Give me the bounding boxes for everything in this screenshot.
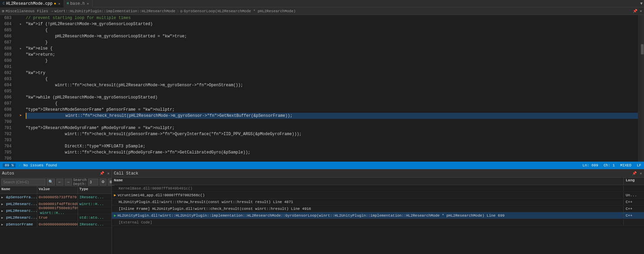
- cursor-position: Ln: 699: [583, 163, 598, 167]
- autos-search-btn[interactable]: 🔍: [47, 179, 55, 185]
- gutter-line-705: [17, 149, 24, 156]
- autos-pin-btn[interactable]: 📌: [100, 171, 104, 176]
- zoom-level: 89 %: [3, 163, 16, 167]
- code-line-689[interactable]: "kw">return;: [26, 52, 638, 58]
- callstack-cell-name: ▶HL2UnityPlugin.dll!winrt::HL2UnityPlugi…: [112, 213, 624, 218]
- callstack-panel: Call Stack 📌 ✕ Name Lang KernelBase.dll!…: [112, 169, 644, 254]
- gutter-line-706: [17, 156, 24, 162]
- breadcrumb-function[interactable]: GyroSensorLoop(HL2ResearchMode * pHL2Res…: [184, 9, 296, 13]
- depth-input[interactable]: [88, 179, 98, 185]
- autos-cell-name: ▶ &pSensorFra...: [0, 195, 37, 200]
- code-line-703[interactable]: [26, 137, 638, 143]
- autos-name-text: &pSensorFra...: [6, 195, 37, 199]
- gutter-line-684: ▸: [17, 21, 24, 27]
- callstack-table-header: Name Lang: [112, 178, 644, 185]
- autos-close-btn[interactable]: ✕: [107, 171, 109, 176]
- cs-col-lang: Lang: [624, 178, 644, 185]
- autos-row[interactable]: ▶ pHL2Researc... 0x000001f560e81f0f winr…: [0, 207, 112, 214]
- pin-icon[interactable]: 📌: [633, 9, 638, 13]
- autos-settings-btn[interactable]: ⚙: [100, 179, 106, 185]
- autos-search-input[interactable]: [1, 179, 45, 185]
- autos-row[interactable]: ▶ pHL2Researc... true std::ato...: [0, 214, 112, 221]
- code-line-706[interactable]: [26, 156, 638, 162]
- gutter-line-703: [17, 137, 24, 143]
- code-line-697[interactable]: {: [26, 101, 638, 107]
- callstack-cell-name: ▶vcruntime140_app.dll!00007ff97002566c(): [112, 192, 624, 198]
- callstack-titlebar: Call Stack 📌 ✕: [112, 169, 644, 178]
- gutter-line-686: [17, 33, 24, 39]
- code-line-687[interactable]: }: [26, 39, 638, 46]
- breadcrumb-namespace[interactable]: winrt::HL2UnityPlugin::implementation::H…: [55, 9, 175, 13]
- close-breadcrumb-icon[interactable]: ✕: [640, 9, 642, 13]
- autos-name-text: pSensorFrame: [6, 222, 33, 226]
- callstack-row[interactable]: [Inline Frame] HL2UnityPlugin.dll!winrt:…: [112, 205, 644, 212]
- autos-titlebar: Autos 📌 ✕: [0, 169, 112, 178]
- tab-cpp[interactable]: C HL2ResearchMode.cpp ● ✕: [0, 0, 64, 7]
- callstack-cell-name: KernelBase.dll!00007ff9849b491c(): [112, 186, 624, 191]
- tab-scroll-right[interactable]: ▼: [639, 1, 644, 6]
- code-line-683[interactable]: // prevent starting loop for multiple ti…: [26, 15, 638, 21]
- code-line-700[interactable]: [26, 119, 638, 125]
- code-line-701[interactable]: "type">IResearchModeGyroFrame* pModeGyro…: [26, 125, 638, 131]
- col-header-name: Name: [0, 186, 37, 194]
- autos-title: Autos: [2, 171, 14, 176]
- code-area[interactable]: // prevent starting loop for multiple ti…: [24, 15, 638, 162]
- scrollbar-vertical[interactable]: [641, 15, 644, 162]
- callstack-row[interactable]: ▶HL2UnityPlugin.dll!winrt::HL2UnityPlugi…: [112, 212, 644, 219]
- expand-icon[interactable]: ▶: [1, 216, 3, 220]
- gutter-line-696: [17, 94, 24, 101]
- callstack-pin-btn[interactable]: 📌: [632, 171, 637, 176]
- expand-icon[interactable]: ▶: [1, 203, 3, 206]
- code-line-695[interactable]: [26, 88, 638, 94]
- callstack-row[interactable]: [External Code]: [112, 219, 644, 226]
- callstack-row[interactable]: HL2UnityPlugin.dll!winrt::throw_hresult(…: [112, 199, 644, 205]
- code-line-691[interactable]: [26, 64, 638, 70]
- tab-cpp-label: HL2ResearchMode.cpp: [6, 1, 53, 6]
- autos-row[interactable]: ▶ pSensorFrame 0x0000000000000000 IResea…: [0, 221, 112, 228]
- expand-icon[interactable]: ▶: [1, 210, 3, 213]
- tab-h-close[interactable]: ✕: [86, 2, 89, 6]
- h-file-icon: H: [67, 2, 69, 5]
- line-numbers: 6836846856866876886896906916926936946956…: [0, 15, 17, 162]
- code-line-688[interactable]: "kw">else {: [26, 46, 638, 52]
- expand-icon[interactable]: ▶: [1, 223, 3, 226]
- code-line-684[interactable]: "kw">if (!pHL2ResearchMode->m_gyroSensor…: [26, 21, 638, 27]
- code-line-690[interactable]: }: [26, 58, 638, 64]
- code-line-696[interactable]: "kw">while (pHL2ResearchMode->m_gyroSens…: [26, 94, 638, 101]
- scrollbar-thumb[interactable]: [641, 44, 644, 54]
- callstack-arrow-icon: ▶: [114, 193, 116, 197]
- code-line-686[interactable]: pHL2ResearchMode->m_gyroSensorLoopStarte…: [26, 33, 638, 39]
- callstack-cell-lang: C++: [624, 213, 644, 218]
- code-line-702[interactable]: winrt::"fn">check_hresult(pSensorFrame->…: [26, 131, 638, 137]
- callstack-row[interactable]: KernelBase.dll!00007ff9849b491c(): [112, 185, 644, 192]
- editor-container: 6836846856866876886896906916926936946956…: [0, 15, 644, 162]
- autos-row[interactable]: ▶ &pSensorFra... 0x000005b733ff870 {0x00…: [0, 194, 112, 201]
- gutter-line-702: [17, 131, 24, 137]
- code-line-705[interactable]: winrt::"fn">check_hresult(pModeGyroFrame…: [26, 149, 638, 156]
- code-line-685[interactable]: {: [26, 27, 638, 33]
- breadcrumb-project[interactable]: Miscellaneous Files: [6, 9, 48, 13]
- callstack-row[interactable]: ▶vcruntime140_app.dll!00007ff97002566c()…: [112, 192, 644, 199]
- gutter: ▸▸➤▸▸: [17, 15, 24, 162]
- callstack-close-btn[interactable]: ✕: [640, 171, 642, 176]
- gutter-line-692: [17, 70, 24, 76]
- autos-back-btn[interactable]: ←: [56, 179, 63, 185]
- code-line-698[interactable]: "type">IResearchModeSensorFrame* pSensor…: [26, 107, 638, 113]
- autos-table: Name Value Type ▶ &pSensorFra... 0x00000…: [0, 186, 112, 254]
- code-line-692[interactable]: "kw">try: [26, 70, 638, 76]
- code-line-693[interactable]: {: [26, 76, 638, 82]
- tab-cpp-close[interactable]: ✕: [58, 2, 61, 6]
- code-line-699[interactable]: winrt::"fn">check_hresult(pHL2ResearchMo…: [26, 113, 638, 119]
- line-ending: LF: [637, 163, 641, 167]
- tab-h[interactable]: H base.h ✕: [64, 0, 93, 7]
- breadcrumb-actions: 📌 ✕: [633, 9, 642, 13]
- bottom-panel: Autos 📌 ✕ 🔍 ← → Search Depth: ⚙ ⊞ Name V…: [0, 169, 644, 254]
- autos-cell-value: 0x0000000000000000: [37, 222, 78, 227]
- code-line-694[interactable]: winrt::"fn">check_hresult(pHL2ResearchMo…: [26, 82, 638, 88]
- code-line-704[interactable]: DirectX::"type">XMFLOAT3 pSample;: [26, 143, 638, 149]
- gutter-line-689: [17, 52, 24, 58]
- autos-forward-btn[interactable]: →: [65, 179, 72, 185]
- autos-cell-type: std::ato...: [78, 215, 112, 220]
- expand-icon[interactable]: ▶: [1, 196, 3, 199]
- status-bar: 89 % ✓ No issues found Ln: 699 Ch: 1 MIX…: [0, 162, 644, 169]
